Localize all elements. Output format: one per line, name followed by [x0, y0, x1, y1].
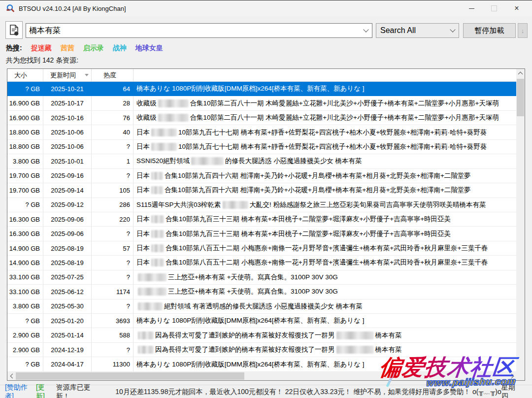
size-cell: 2.900 GB — [7, 328, 43, 342]
table-row[interactable]: ? GB2024-04-1711300橋本ありな 1080P刮削收藏版[DMM原… — [7, 357, 516, 371]
size-cell: 18.800 GB — [7, 140, 43, 154]
title-cell: 日本合集10部第九百四十六期 相澤南+美乃鈴+小花暖+月島櫻+橋本有菜+相月葵+… — [133, 169, 516, 183]
table-row[interactable]: 33.100 GB2025-07-25? 三上悠亞+橋本有菜 +天使萌。寫真合集… — [7, 270, 516, 285]
title-text: 日本 — [136, 258, 150, 267]
scroll-up-button[interactable] — [516, 69, 525, 77]
pause-loading-button[interactable]: 暫停加載 — [463, 23, 516, 38]
maximize-button[interactable] — [483, 0, 505, 16]
table-row[interactable]: ? GB2025-01-203693橋本ありな 1080P刮削收藏版[DMM原档… — [7, 314, 516, 328]
table-row[interactable]: ? GB2025-10-2164橋本ありな 1080P刮削收藏版[DMM原档]x… — [7, 82, 516, 96]
title-cell: S115週年SP大共演03榨乾素大亂交! 粉絲感謝祭之旅三上悠亞彩美旬果葵司吉高… — [133, 198, 516, 212]
search-input[interactable] — [26, 26, 360, 35]
horizontal-scrollbar[interactable] — [7, 372, 516, 380]
engine-dropdown-button[interactable] — [447, 24, 459, 37]
heat-cell: 1 — [92, 154, 133, 168]
heat-cell: ? — [92, 169, 133, 183]
database-updated-text: 资源库已更新！ — [56, 383, 98, 398]
size-cell: 19.700 GB — [7, 169, 43, 183]
statusbar: [赞助作者] [更新] 资源库已更新！ 10月还差1135.98元才能回本，最近… — [0, 385, 532, 398]
column-header-size[interactable]: 大小 — [7, 69, 43, 81]
title-text: 大亂交! 粉絲感謝祭之旅三上悠亞彩美旬果葵司吉高寧寧天使萌羽咲美晴橋本有菜 — [250, 200, 486, 209]
date-cell: 2025-08-19 — [43, 256, 92, 269]
table-row[interactable]: 33.100 GB2025-06-121174 三上悠亞+橋本有菜 +天使萌。寫… — [7, 285, 516, 299]
chevron-down-icon — [363, 27, 368, 32]
hot-search-link[interactable]: 茜茜 — [61, 44, 74, 53]
hot-search-link[interactable]: 捉迷藏 — [31, 44, 52, 53]
table-row[interactable]: 14.900 GB2025-08-1957日本合集10部第八百五十二期 小梅惠奈… — [7, 241, 516, 256]
scroll-right-button[interactable] — [508, 372, 516, 380]
minimize-button[interactable] — [460, 0, 483, 16]
date-cell: 2025-10-21 — [43, 82, 92, 96]
title-text: 因為長得太可愛了遭到嫉妒的橋本有菜被好友報復找了一群男 — [155, 345, 335, 354]
censored-blur — [336, 332, 374, 339]
censored-blur — [158, 114, 189, 122]
title-text: 合集10部第九百四十六期 相澤南+美乃鈴+小花暖+月島櫻+橋本有菜+相月葵+北野… — [165, 186, 471, 195]
heat-cell: ? — [92, 299, 133, 313]
table-row[interactable]: 14.900 GB2025-08-19?日本合集10部第八百五十二期 小梅惠奈+… — [7, 256, 516, 270]
heat-cell: 57 — [92, 241, 133, 255]
vertical-scrollbar-thumb[interactable] — [517, 79, 524, 116]
sponsor-author-link[interactable]: [赞助作者] — [5, 383, 32, 398]
title-text: 合集10部第九百四十六期 相澤南+美乃鈴+小花暖+月島櫻+橋本有菜+相月葵+北野… — [165, 171, 471, 180]
table-row[interactable]: 2.900 GB2025-01-14588 因為長得太可愛了遭到嫉妒的橋本有菜被… — [7, 328, 516, 342]
table-row[interactable]: 19.700 GB2025-09-16?日本合集10部第九百四十六期 相澤南+美… — [7, 169, 516, 183]
censored-blur — [138, 302, 163, 310]
vertical-scrollbar[interactable] — [516, 69, 525, 380]
censored-blur — [151, 259, 164, 266]
heat-cell: 105 — [92, 183, 133, 197]
title-cell: 橋本ありな 1080P刮削收藏版[DMM原档]x264[桥本有菜、新有菜、新あり… — [133, 82, 516, 96]
column-header-heat[interactable]: 热度 — [92, 69, 133, 81]
title-text: 合集10部第八百五十二期 小梅惠奈+南條一花+月野琴音+濱邊彌生+橋本有菜+武田… — [166, 244, 488, 253]
size-cell: 16.900 GB — [7, 111, 43, 125]
title-cell: 日本10部第九百七十七期 橋本有菜+靜香+佐野梨花+四宮桃子+柏木小夏+牧野麗奈… — [133, 140, 516, 154]
result-count: 共为您找到 142 条资源: — [6, 56, 78, 65]
table-row[interactable]: 16.300 GB2025-09-06220日本合集10部第九百三十三期 橋本有… — [7, 212, 516, 227]
maximize-icon — [491, 5, 497, 11]
size-cell: 19.700 GB — [7, 183, 43, 197]
column-header-date[interactable]: 更新时间 — [43, 69, 92, 81]
column-header-title[interactable] — [133, 69, 516, 81]
table-header: 大小 更新时间 热度 — [7, 69, 516, 82]
title-text: 收藏级 — [136, 99, 157, 108]
search-combobox-dropdown-button[interactable] — [360, 24, 372, 37]
title-cell: 橋本ありな 1080P刮削收藏版[DMM原档]x264[桥本有菜、新有菜、新あり… — [133, 314, 516, 328]
title-cell: 三上悠亞+橋本有菜 +天使萌。寫真合集。3100P 30V 30G — [133, 285, 516, 298]
censored-blur — [151, 230, 164, 238]
size-cell: ? GB — [7, 82, 43, 96]
scroll-left-button[interactable] — [7, 372, 16, 380]
table-row[interactable]: 2.900 GB2024-12-19? 因為長得太可愛了遭到嫉妒的橋本有菜被好友… — [7, 343, 516, 357]
title-cell: 絕對領域 有著透明感的修長大腿誘惑 小惡魔過膝襪美少女 橋本有菜 — [133, 299, 516, 313]
search-engine-select[interactable]: Search All — [376, 23, 459, 38]
table-row[interactable]: 3.800 GB2025-10-011SSNI520絕對領域 的修長大腿誘惑 小… — [7, 154, 516, 168]
title-text: SSNI520絕對領域 — [136, 157, 190, 166]
title-cell: 日本合集10部第九百四十六期 相澤南+美乃鈴+小花暖+月島櫻+橋本有菜+相月葵+… — [133, 183, 516, 197]
close-button[interactable]: × — [505, 0, 528, 16]
title-cell: 三上悠亞+橋本有菜 +天使萌。寫真合集。3100P 30V 30G — [133, 270, 516, 284]
table-row[interactable]: 16.900 GB2025-10-1676收藏级合集10部第二百八十一期 木崎愛… — [7, 111, 516, 125]
table-row[interactable]: 16.300 GB2025-09-06?日本合集10部第九百三十三期 橋本有菜+… — [7, 227, 516, 241]
table-row[interactable]: 3.800 GB2025-05-30?絕對領域 有著透明感的修長大腿誘惑 小惡魔… — [7, 299, 516, 314]
title-text: 日本 — [136, 128, 150, 137]
hot-search-link[interactable]: 战神 — [113, 44, 127, 53]
table-row[interactable]: 16.900 GB2025-10-1728收藏级合集10部第二百八十一期 木崎愛… — [7, 96, 516, 110]
table-row[interactable]: ? GB2025-09-12286S115週年SP大共演03榨乾素大亂交! 粉絲… — [7, 198, 516, 212]
date-cell: 2025-01-20 — [43, 314, 92, 328]
update-link[interactable]: [更新] — [36, 383, 51, 398]
censored-blur — [138, 332, 154, 339]
title-text: 絕對領域 有著透明感的修長大腿誘惑 小惡魔過膝襪美少女 橋本有菜 — [164, 302, 363, 311]
censored-blur — [223, 201, 248, 209]
horizontal-scrollbar-thumb[interactable] — [16, 372, 244, 380]
down-arrow-icon: ↓ — [521, 27, 525, 34]
table-row[interactable]: 18.800 GB2025-10-06?日本10部第九百七十七期 橋本有菜+靜香… — [7, 140, 516, 154]
title-text: 10部第九百七十七期 橋本有菜+靜香+佐野梨花+四宮桃子+柏木小夏+牧野麗奈+相… — [178, 128, 487, 137]
date-cell: 2025-08-19 — [43, 241, 92, 255]
table-row[interactable]: 19.700 GB2025-09-14105日本合集10部第九百四十六期 相澤南… — [7, 183, 516, 198]
table-row[interactable]: 18.800 GB2025-10-0640日本10部第九百七十七期 橋本有菜+靜… — [7, 125, 516, 139]
hot-search-link[interactable]: 启示录 — [83, 44, 104, 53]
hot-search-link[interactable]: 地球女皇 — [135, 44, 163, 53]
heat-cell: ? — [92, 270, 133, 284]
download-arrow-button[interactable]: ↓ — [518, 23, 528, 38]
settings-button[interactable] — [5, 21, 23, 39]
title-text: 合集10部第二百八十一期 木崎愛麗絲+立花雛+川北美沙+小野優子+橋本有菜+二階… — [190, 113, 499, 122]
heat-cell: 588 — [92, 328, 133, 342]
